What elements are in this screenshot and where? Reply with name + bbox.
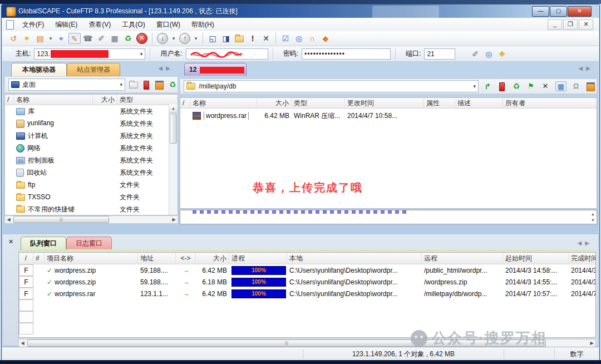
nav-left-icon[interactable]: ◀ (579, 65, 587, 71)
col-start-time[interactable]: 起始时间 (503, 253, 569, 264)
host-input[interactable]: 123. ▾ (34, 48, 145, 60)
remote-tab-nav-arrows[interactable]: ◀▶ (579, 65, 594, 71)
queue-tab-nav-arrows[interactable]: ◀▶ (578, 240, 593, 246)
menu-file[interactable]: 文件(F) (17, 19, 50, 30)
col-sort[interactable]: / (180, 98, 190, 108)
transfer-drive-icon[interactable] (585, 81, 596, 91)
scrollbar-thumb[interactable]: ||| (13, 216, 109, 223)
mdi-restore-button[interactable]: ❐ (563, 19, 578, 30)
nav-right-icon[interactable]: ▶ (585, 240, 593, 246)
file-row[interactable]: yunlifang 系统文件夹 (5, 117, 178, 130)
col-name[interactable]: 名称 (190, 98, 257, 108)
new-document-icon[interactable]: ▤ (34, 33, 46, 44)
dial-phone-icon[interactable]: ☎ (82, 33, 94, 44)
col-type[interactable]: 类型 (117, 95, 178, 105)
remote-file-row[interactable]: wordpress.rar 6.42 MB WinRAR 压缩... 2014/… (180, 109, 597, 123)
remote-path-input[interactable]: /milletpay/db ▾ (184, 80, 479, 92)
menu-edit[interactable]: 编辑(E) (50, 19, 83, 30)
tab-log-window[interactable]: 日志窗口 (66, 237, 112, 250)
local-vertical-scrollbar[interactable]: ▲ (169, 105, 178, 215)
username-input[interactable] (186, 48, 268, 60)
tab-queue-window[interactable]: 队列窗口 (21, 237, 66, 250)
stop-icon[interactable]: ✕ (136, 33, 147, 44)
lasso-icon[interactable]: Ω (570, 81, 582, 91)
col-owner[interactable]: 所有者 (503, 98, 597, 108)
refresh-icon[interactable]: ♻ (511, 81, 522, 91)
headset-icon[interactable]: ∩ (306, 33, 318, 44)
menu-help[interactable]: 帮助(H) (186, 19, 220, 30)
scroll-right-icon[interactable]: ▶ (170, 217, 178, 222)
bookmarks-icon[interactable] (496, 81, 508, 91)
nav-left-icon[interactable]: ◀ (159, 65, 166, 71)
col-size[interactable]: 大小 (196, 253, 229, 264)
abort-ring-icon[interactable]: ◎ (482, 48, 495, 60)
col-progress[interactable]: 进程 (229, 253, 287, 264)
up-directory-icon[interactable]: ↱ (482, 81, 493, 91)
file-row[interactable]: ftp 文件夹 (5, 179, 178, 191)
scroll-right-icon[interactable]: ▶ (588, 341, 595, 346)
download-icon[interactable]: ↓ (157, 33, 168, 44)
file-row[interactable]: TXSSO 文件夹 (5, 191, 178, 203)
delete-icon[interactable]: ✕ (260, 33, 272, 44)
wizard-icon[interactable]: ✶ (21, 33, 33, 44)
url-grid-icon[interactable]: ▦ (109, 33, 121, 44)
reconnect-icon[interactable]: ↺ (7, 33, 19, 44)
close-button[interactable]: ✕ (568, 6, 592, 17)
drive-icon[interactable] (155, 80, 165, 90)
delete-icon[interactable]: ✕ (540, 81, 551, 91)
nav-right-icon[interactable]: ▶ (166, 65, 174, 71)
col-item-name[interactable]: 项目名称 (45, 253, 138, 264)
menu-view[interactable]: 查看(V) (83, 19, 116, 30)
tab-local-drives[interactable]: 本地驱动器 (11, 63, 67, 76)
nav-left-icon[interactable]: ◀ (578, 240, 585, 246)
download-caret-icon[interactable]: ▾ (170, 33, 177, 44)
tab-site-manager[interactable]: 站点管理器 (67, 63, 120, 76)
mdi-minimize-button[interactable]: _ (548, 19, 562, 30)
tab-remote-site[interactable]: 12 (184, 63, 247, 76)
col-sort[interactable]: / (5, 95, 14, 105)
quick-connect-icon[interactable]: ❖ (496, 48, 508, 60)
queue-row[interactable]: F ✓wordpress.rar 123.1.1... → 6.42 MB 10… (19, 288, 595, 299)
col-size[interactable]: 大小 (257, 98, 292, 108)
connect-target-icon[interactable]: ⌖ (55, 33, 67, 44)
upload-icon[interactable]: ↑ (179, 33, 190, 44)
maximize-button[interactable]: ▢ (550, 6, 567, 17)
col-finish-time[interactable]: 完成时间 (569, 253, 596, 264)
col-size[interactable]: 大小 (93, 95, 117, 105)
col-remote[interactable]: 远程 (422, 253, 503, 264)
shield-icon[interactable]: ◆ (319, 33, 332, 44)
new-dropdown-caret-icon[interactable]: ▾ (47, 33, 54, 44)
col-local[interactable]: 本地 (287, 253, 422, 264)
copy-folder-icon[interactable] (129, 80, 139, 90)
open-folder-icon[interactable] (233, 33, 245, 44)
local-dropdown-caret-icon[interactable]: ▾ (120, 82, 122, 87)
minimize-button[interactable]: — (532, 6, 549, 17)
local-tab-nav-arrows[interactable]: ◀▶ (159, 65, 174, 71)
col-attrs[interactable]: 属性 (424, 98, 455, 108)
connect-pen-icon[interactable]: ✐ (469, 48, 481, 60)
nav-right-icon[interactable]: ▶ (586, 65, 594, 71)
priority-icon[interactable]: ! (247, 33, 259, 44)
refresh-icon[interactable]: ♻ (168, 80, 178, 90)
edit-pen-icon[interactable]: ✎ (68, 33, 81, 44)
refresh-icon[interactable]: ♻ (122, 33, 134, 44)
col-num[interactable]: # (33, 253, 45, 264)
col-direction[interactable]: <-> (176, 253, 196, 264)
col-address[interactable]: 地址 (138, 253, 176, 264)
col-type[interactable]: 类型 (292, 98, 345, 108)
schedule-icon[interactable]: ◱ (206, 33, 219, 44)
compare-ring-icon[interactable]: ◎ (293, 33, 305, 44)
sign-pen-icon[interactable]: ✐ (95, 33, 107, 44)
todo-check-icon[interactable]: ☑ (279, 33, 292, 44)
scroll-up-icon[interactable]: ▲ (169, 105, 178, 113)
selected-filename[interactable]: wordpress.rar (204, 112, 249, 120)
col-modified[interactable]: 更改时间 (345, 98, 424, 108)
html-edit-icon[interactable]: ◨ (220, 33, 232, 44)
file-row[interactable]: 不常用的快捷键 文件夹 (5, 203, 178, 215)
col-desc[interactable]: 描述 (455, 98, 503, 108)
local-folder-select[interactable]: 桌面 ▾ (8, 78, 125, 91)
file-row[interactable]: 控制面板 系统文件夹 (5, 154, 178, 166)
file-row[interactable]: 网络 系统文件夹 (5, 142, 178, 154)
queue-close-icon[interactable]: ✕ (8, 238, 13, 245)
file-row[interactable]: 计算机 系统文件夹 (5, 130, 178, 142)
